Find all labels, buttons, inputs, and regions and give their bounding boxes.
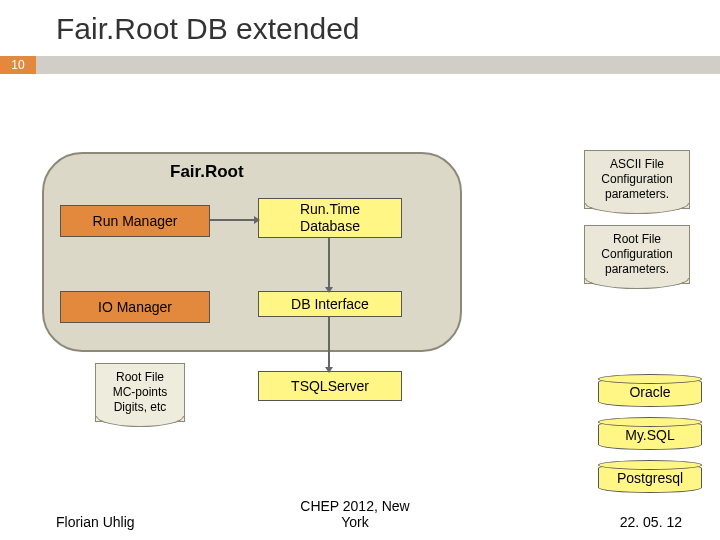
runtime-db-box: Run.Time Database [258,198,402,238]
bar-line [36,56,720,74]
io-manager-box: IO Manager [60,291,210,323]
footer-date: 22. 05. 12 [620,514,682,530]
footer-author: Florian Uhlig [56,514,135,530]
rootfile-note: Root File Configuration parameters. [584,225,690,284]
mysql-label: My.SQL [625,427,675,443]
pgsql-cylinder: Postgresql [598,463,702,493]
accent-bar: 10 [0,56,720,74]
slide-title: Fair.Root DB extended [0,0,720,56]
mcpoints-note: Root File MC-points Digits, etc [95,363,185,422]
ascii-note: ASCII File Configuration parameters. [584,150,690,209]
oracle-label: Oracle [629,384,670,400]
run-manager-box: Run Manager [60,205,210,237]
arrow-dbint-tsql [328,317,330,371]
arrow-runmgr-runtime [210,219,258,221]
footer-event: CHEP 2012, New York [290,498,420,530]
mysql-cylinder: My.SQL [598,420,702,450]
arrow-runtime-dbint [328,238,330,291]
oracle-cylinder: Oracle [598,377,702,407]
slide-number: 10 [0,56,36,74]
pgsql-label: Postgresql [617,470,683,486]
container-title: Fair.Root [170,162,244,182]
